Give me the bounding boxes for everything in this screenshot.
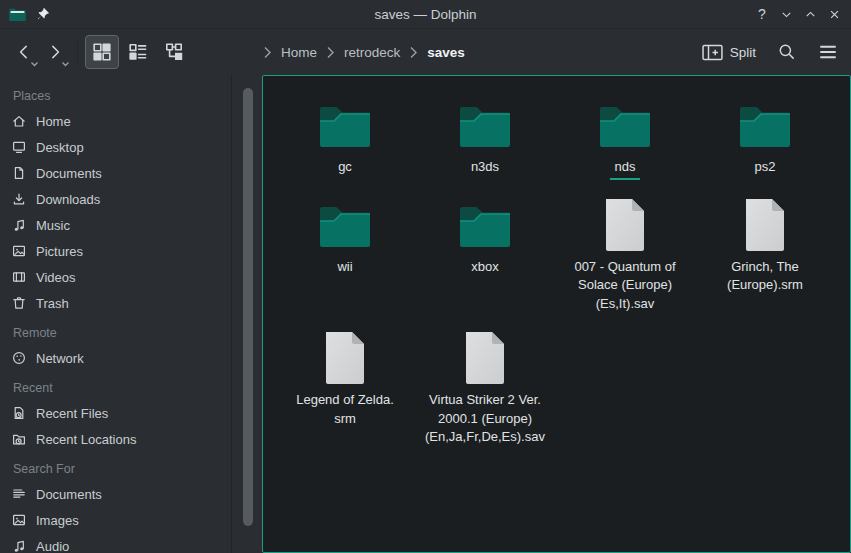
- sidebar-item-label: Home: [36, 114, 71, 129]
- sidebar-item-label: Pictures: [36, 244, 83, 259]
- item-label: nds: [610, 158, 641, 180]
- sidebar-item-label: Recent Locations: [36, 432, 136, 447]
- folder-icon: [457, 196, 513, 252]
- hamburger-menu-icon[interactable]: [818, 42, 838, 62]
- music-icon: [10, 217, 27, 234]
- dolphin-folder-icon: [8, 6, 27, 22]
- folder-item-wii[interactable]: wii: [275, 196, 415, 314]
- sidebar-item-downloads[interactable]: Downloads: [0, 186, 262, 212]
- close-icon[interactable]: [826, 6, 842, 22]
- sidebar-item-desktop[interactable]: Desktop: [0, 134, 262, 160]
- titlebar: saves — Dolphin ?: [0, 0, 851, 29]
- split-button[interactable]: Split: [702, 44, 756, 61]
- breadcrumb-chevron-icon: [263, 46, 272, 59]
- sidebar-item-label: Trash: [36, 296, 69, 311]
- details-view-icon: [127, 41, 149, 63]
- sidebar-item-home[interactable]: Home: [0, 108, 262, 134]
- sidebar-item-trash[interactable]: Trash: [0, 290, 262, 316]
- sidebar-section-header: Recent: [0, 376, 262, 400]
- sidebar-item-label: Documents: [36, 166, 102, 181]
- breadcrumb-item-saves[interactable]: saves: [427, 45, 465, 60]
- folder-icon: [317, 196, 373, 252]
- file-icon: [464, 329, 506, 385]
- file-icon: [604, 196, 646, 252]
- toolbar-separator: [77, 37, 78, 67]
- help-icon[interactable]: ?: [754, 6, 770, 22]
- doc-lines-icon: [10, 486, 27, 503]
- sidebar-item-label: Videos: [36, 270, 76, 285]
- sidebar-section-header: Remote: [0, 321, 262, 345]
- sidebar-item-label: Audio: [36, 539, 69, 553]
- sidebar-item-label: Documents: [36, 487, 102, 502]
- sidebar-item-music[interactable]: Music: [0, 212, 262, 238]
- sidebar-item-videos[interactable]: Videos: [0, 264, 262, 290]
- desktop-icon: [10, 139, 27, 156]
- sidebar-item-label: Network: [36, 351, 84, 366]
- details-view-button[interactable]: [121, 35, 155, 69]
- item-label: 007 - Quantum ofSolace (Europe)(Es,It).s…: [574, 258, 675, 314]
- folder-item-n3ds[interactable]: n3ds: [415, 96, 555, 180]
- sidebar-item-documents[interactable]: Documents: [0, 160, 262, 186]
- minimize-icon[interactable]: [778, 6, 794, 22]
- sidebar-item-label: Downloads: [36, 192, 100, 207]
- item-label: gc: [338, 158, 352, 177]
- sidebar-section-header: Places: [0, 84, 262, 108]
- sidebar-scrollbar[interactable]: [243, 88, 253, 526]
- sidebar-section-places: PlacesHomeDesktopDocumentsDownloadsMusic…: [0, 84, 262, 316]
- item-label: Legend of Zelda.srm: [296, 391, 394, 428]
- breadcrumb-item-retrodeck[interactable]: retrodeck: [344, 45, 400, 60]
- back-button[interactable]: [8, 35, 39, 69]
- forward-icon: [45, 42, 65, 62]
- pin-icon[interactable]: [36, 7, 50, 21]
- sidebar-item-label: Music: [36, 218, 70, 233]
- file-item-legend-of-zelda-srm[interactable]: Legend of Zelda.srm: [275, 329, 415, 447]
- folder-icon: [737, 96, 793, 152]
- sidebar-item-network[interactable]: Network: [0, 345, 262, 371]
- sidebar-section-remote: RemoteNetwork: [0, 321, 262, 371]
- sidebar-section-recent: RecentRecent FilesRecent Locations: [0, 376, 262, 452]
- sidebar-item-label: Images: [36, 513, 79, 528]
- recent-folder-icon: [10, 431, 27, 448]
- item-label: Virtua Striker 2 Ver.2000.1 (Europe)(En,…: [425, 391, 545, 447]
- download-icon: [10, 191, 27, 208]
- sidebar-item-recent-locations[interactable]: Recent Locations: [0, 426, 262, 452]
- item-label: wii: [337, 258, 352, 277]
- sidebar-section-search-for: Search ForDocumentsImagesAudio: [0, 457, 262, 553]
- sidebar-item-label: Desktop: [36, 140, 84, 155]
- recent-file-icon: [10, 405, 27, 422]
- window-title: saves — Dolphin: [0, 0, 851, 28]
- forward-button[interactable]: [39, 35, 70, 69]
- folder-item-xbox[interactable]: xbox: [415, 196, 555, 314]
- tree-view-button[interactable]: [157, 35, 191, 69]
- file-icon: [744, 196, 786, 252]
- split-button-label: Split: [730, 45, 756, 60]
- folder-item-ps2[interactable]: ps2: [695, 96, 835, 180]
- breadcrumb: Homeretrodecksaves: [263, 29, 465, 75]
- folder-item-nds[interactable]: nds: [555, 96, 695, 180]
- file-item-grinch-the-europe-srm[interactable]: Grinch, The(Europe).srm: [695, 196, 835, 314]
- tree-view-icon: [163, 41, 185, 63]
- item-label: n3ds: [471, 158, 499, 177]
- item-label: xbox: [471, 258, 498, 277]
- picture-icon: [10, 243, 27, 260]
- sidebar-item-recent-files[interactable]: Recent Files: [0, 400, 262, 426]
- network-icon: [10, 350, 27, 367]
- breadcrumb-chevron-icon: [409, 46, 418, 59]
- search-icon[interactable]: [777, 42, 797, 62]
- file-item-007-quantum-of-solace-europe-es-it-sav[interactable]: 007 - Quantum ofSolace (Europe)(Es,It).s…: [555, 196, 695, 314]
- breadcrumb-chevron-icon: [326, 46, 335, 59]
- folder-item-gc[interactable]: gc: [275, 96, 415, 180]
- sidebar-item-pictures[interactable]: Pictures: [0, 238, 262, 264]
- item-label: ps2: [755, 158, 776, 177]
- sidebar-item-images[interactable]: Images: [0, 507, 262, 533]
- maximize-icon[interactable]: [802, 6, 818, 22]
- content-area: PlacesHomeDesktopDocumentsDownloadsMusic…: [0, 75, 851, 553]
- folder-view[interactable]: gcn3dsndsps2wiixbox007 - Quantum ofSolac…: [262, 75, 851, 553]
- breadcrumb-item-home[interactable]: Home: [281, 45, 317, 60]
- sidebar-item-documents[interactable]: Documents: [0, 481, 262, 507]
- chevron-down-icon: [30, 61, 39, 67]
- file-item-virtua-striker-2-ver-2000-1-europe-en-ja[interactable]: Virtua Striker 2 Ver.2000.1 (Europe)(En,…: [415, 329, 555, 447]
- sidebar-item-audio[interactable]: Audio: [0, 533, 262, 553]
- folder-icon: [597, 96, 653, 152]
- icons-view-button[interactable]: [85, 35, 119, 69]
